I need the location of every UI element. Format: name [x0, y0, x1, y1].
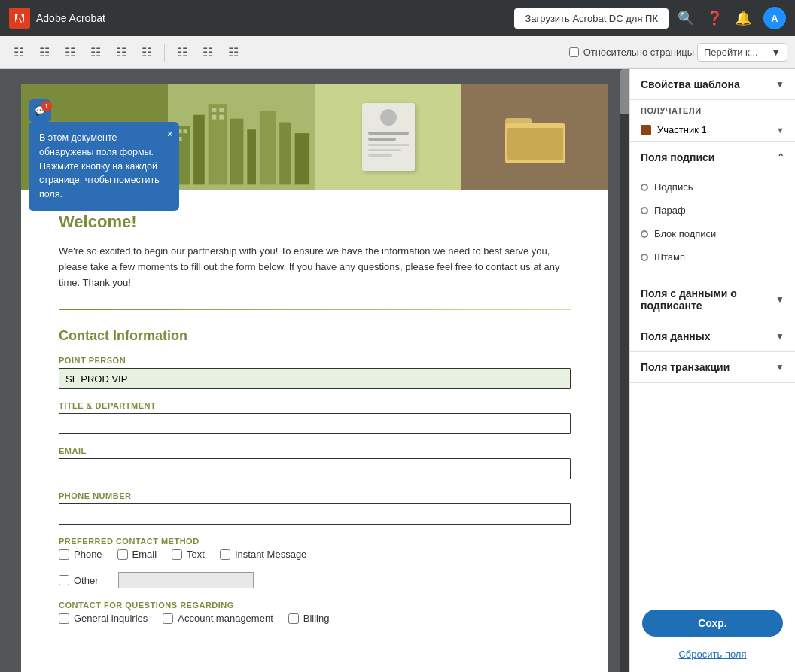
- toolbar-btn-9[interactable]: ☷: [222, 41, 245, 64]
- svg-rect-14: [295, 133, 310, 184]
- contact-general-checkbox[interactable]: [59, 613, 69, 624]
- transaction-fields-section: Поля транзакции ▼: [630, 352, 795, 383]
- scrollbar-thumb[interactable]: [620, 69, 629, 114]
- contact-billing-checkbox[interactable]: [288, 613, 299, 624]
- toolbar-btn-2[interactable]: ☷: [33, 41, 56, 64]
- welcome-heading: Welcome!: [59, 212, 571, 232]
- sig-item-paraf[interactable]: Параф: [641, 199, 784, 222]
- contact-email-option[interactable]: Email: [117, 549, 157, 560]
- right-panel: Свойства шаблона ▼ ПОЛУЧАТЕЛИ Участник 1…: [629, 69, 795, 672]
- toolbar-btn-5[interactable]: ☷: [110, 41, 132, 64]
- sig-dot-icon: [641, 184, 648, 191]
- toolbar-btn-3[interactable]: ☷: [59, 41, 81, 64]
- svg-rect-8: [193, 115, 205, 185]
- template-props-header[interactable]: Свойства шаблона ▼: [630, 69, 795, 99]
- contact-general-option[interactable]: General inquiries: [59, 613, 148, 624]
- topbar: Adobe Acrobat Загрузить Acrobat DC для П…: [0, 0, 795, 36]
- resume-line-5: [368, 154, 392, 157]
- signer-data-header[interactable]: Поля с данными о подписанте ▼: [630, 278, 795, 321]
- contact-email-checkbox[interactable]: [117, 549, 128, 560]
- svg-rect-25: [507, 128, 563, 160]
- toolbar-btn-6[interactable]: ☷: [136, 41, 158, 64]
- point-person-input[interactable]: [59, 368, 571, 389]
- sig-fields-chevron-icon: ⌃: [777, 152, 784, 163]
- data-fields-header[interactable]: Поля данных ▼: [630, 321, 795, 351]
- contact-billing-label: Billing: [303, 613, 330, 624]
- contact-phone-checkbox[interactable]: [59, 549, 69, 560]
- contact-other-option[interactable]: Other: [59, 575, 99, 586]
- page-relative-checkbox[interactable]: [569, 47, 579, 57]
- recipient-item[interactable]: Участник 1 ▼: [630, 118, 795, 141]
- upload-button[interactable]: Загрузить Acrobat DC для ПК: [514, 8, 669, 29]
- phone-input[interactable]: [59, 503, 571, 525]
- sig-item-paraf-label: Параф: [654, 205, 686, 216]
- phone-label: PHONE NUMBER: [59, 491, 571, 500]
- tooltip-text: В этом документе обнаружены поля формы. …: [39, 132, 160, 199]
- scrollbar-track[interactable]: [620, 69, 629, 672]
- sig-item-signature[interactable]: Подпись: [641, 175, 784, 199]
- recipient-name: Участник 1: [657, 124, 770, 135]
- contact-account-label: Account management: [178, 613, 273, 624]
- tooltip-close-button[interactable]: ×: [167, 128, 173, 140]
- preferred-contact-label: PREFERRED CONTACT METHOD: [59, 537, 571, 546]
- reset-link[interactable]: Сбросить поля: [630, 649, 795, 672]
- sig-fields-section: Поля подписи ⌃ Подпись Параф Блок подпис…: [630, 142, 795, 278]
- svg-rect-10: [230, 119, 244, 185]
- contact-general-label: General inquiries: [74, 613, 148, 624]
- contact-other-checkbox[interactable]: [59, 575, 69, 585]
- svg-rect-13: [279, 123, 291, 185]
- avatar[interactable]: A: [763, 7, 786, 29]
- title-dept-input[interactable]: [59, 413, 571, 434]
- toolbar-btn-1[interactable]: ☷: [8, 41, 30, 64]
- section-divider: [59, 309, 571, 310]
- svg-rect-21: [219, 115, 224, 120]
- goto-dropdown[interactable]: Перейти к... ▼: [697, 43, 787, 62]
- folder-svg: [501, 107, 569, 167]
- template-props-section: Свойства шаблона ▼: [630, 69, 795, 100]
- contact-account-option[interactable]: Account management: [163, 613, 273, 624]
- sig-item-block[interactable]: Блок подписи: [641, 222, 784, 245]
- svg-rect-16: [183, 129, 187, 133]
- contact-im-option[interactable]: Instant Message: [220, 549, 306, 560]
- contact-info-title: Contact Information: [59, 328, 571, 344]
- resume-line-3: [368, 144, 409, 146]
- data-fields-chevron-icon: ▼: [775, 331, 784, 342]
- notifications-icon[interactable]: 🔔: [735, 10, 751, 26]
- toolbar-btn-7[interactable]: ☷: [171, 41, 193, 64]
- header-panel-city: [168, 84, 315, 190]
- comment-badge[interactable]: 💬 1: [29, 99, 51, 122]
- sig-item-stamp[interactable]: Штамп: [641, 245, 784, 269]
- email-label: EMAIL: [59, 446, 571, 455]
- transaction-fields-header[interactable]: Поля транзакции ▼: [630, 352, 795, 382]
- document-page: 💬 1 × В этом документе обнаружены поля ф…: [21, 84, 608, 672]
- sig-fields-label: Поля подписи: [641, 151, 714, 163]
- svg-rect-11: [247, 129, 256, 184]
- contact-text-checkbox[interactable]: [172, 549, 182, 560]
- contact-billing-option[interactable]: Billing: [288, 613, 330, 624]
- contact-im-checkbox[interactable]: [220, 549, 230, 560]
- toolbar-btn-8[interactable]: ☷: [196, 41, 219, 64]
- save-button[interactable]: Сохр.: [642, 610, 783, 637]
- toolbar-btn-4[interactable]: ☷: [84, 41, 107, 64]
- contact-phone-option[interactable]: Phone: [59, 549, 102, 560]
- sig-fields-header[interactable]: Поля подписи ⌃: [630, 142, 795, 172]
- contact-other-group: Other: [59, 572, 571, 588]
- resume-avatar: [380, 109, 397, 126]
- contact-other-input[interactable]: [118, 572, 254, 588]
- block-dot-icon: [641, 230, 648, 238]
- content-area[interactable]: 💬 1 × В этом документе обнаружены поля ф…: [0, 69, 629, 672]
- help-icon[interactable]: ❓: [706, 10, 723, 26]
- contact-for-label: CONTACT FOR QUESTIONS REGARDING: [59, 601, 571, 610]
- paraf-dot-icon: [641, 207, 648, 214]
- search-icon[interactable]: 🔍: [678, 10, 694, 26]
- main-layout: 💬 1 × В этом документе обнаружены поля ф…: [0, 69, 795, 672]
- email-input[interactable]: [59, 458, 571, 479]
- contact-account-checkbox[interactable]: [163, 613, 173, 624]
- sig-item-signature-label: Подпись: [654, 181, 693, 193]
- app-logo: Adobe Acrobat: [9, 8, 105, 29]
- contact-text-option[interactable]: Text: [172, 549, 205, 560]
- svg-rect-12: [260, 111, 276, 185]
- stamp-dot-icon: [641, 254, 648, 261]
- sig-item-stamp-label: Штамп: [654, 251, 685, 263]
- badge-count: 1: [41, 101, 52, 111]
